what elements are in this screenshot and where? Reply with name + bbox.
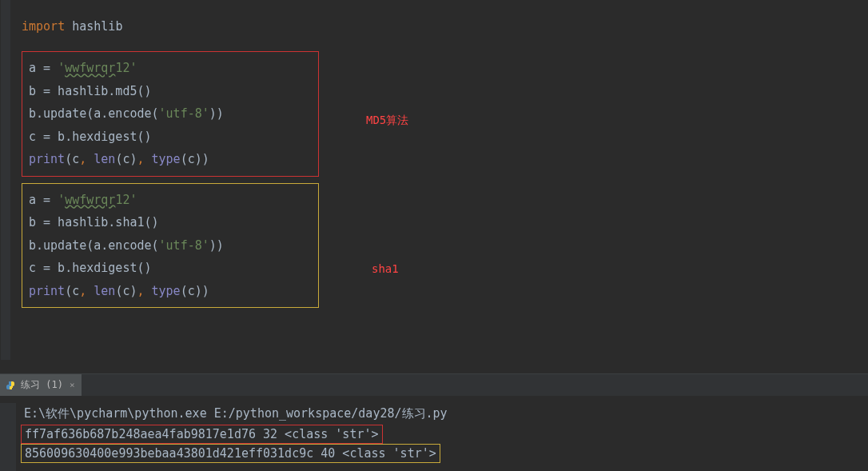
assign-a: a = bbox=[29, 193, 58, 207]
output-sha1: 856009630400e993bebaa43801d421eff031dc9c… bbox=[21, 444, 440, 463]
arg: (c) bbox=[115, 284, 137, 298]
builtin-print: print bbox=[29, 284, 65, 298]
sha1-line2[interactable]: b = hashlib.sha1() bbox=[29, 211, 312, 234]
comma: , bbox=[137, 284, 144, 298]
sha1-line3[interactable]: b.update(a.encode('utf-8')) bbox=[29, 234, 312, 257]
arg: (c) bbox=[115, 152, 137, 166]
close-paren: )) bbox=[209, 238, 224, 253]
code-line-import[interactable]: import hashlib bbox=[10, 14, 868, 38]
md5-line3[interactable]: b.update(a.encode('utf-8')) bbox=[29, 102, 312, 126]
builtin-len: len bbox=[94, 152, 115, 166]
string-quote: ' bbox=[58, 193, 65, 207]
space bbox=[145, 152, 152, 166]
console-command-line[interactable]: E:\软件\pycharm\python.exe E:/python_works… bbox=[16, 403, 868, 425]
string-quote: ' bbox=[58, 61, 65, 75]
code-editor[interactable]: import hashlib a = 'wwfwrqr12' b = hashl… bbox=[10, 0, 868, 360]
code-block-sha1[interactable]: a = 'wwfwrqr12' b = hashlib.sha1() b.upd… bbox=[22, 183, 319, 309]
console-output-row-sha1[interactable]: 856009630400e993bebaa43801d421eff031dc9c… bbox=[16, 444, 868, 463]
space bbox=[86, 284, 94, 298]
space bbox=[86, 152, 94, 166]
comma: , bbox=[137, 152, 144, 166]
console-tab[interactable]: 练习 (1) × bbox=[0, 374, 82, 396]
md5-line2[interactable]: b = hashlib.md5() bbox=[29, 80, 312, 103]
builtin-print: print bbox=[29, 152, 65, 166]
string-quote: ' bbox=[129, 193, 137, 207]
string-literal: 'utf-8' bbox=[159, 238, 209, 253]
method-call: b.update(a.encode( bbox=[29, 106, 159, 121]
builtin-len: len bbox=[94, 284, 115, 298]
python-icon bbox=[6, 381, 16, 390]
string-quote: ' bbox=[129, 61, 137, 75]
annotation-sha1: sha1 bbox=[372, 262, 399, 275]
editor-gutter bbox=[1, 0, 10, 360]
tab-label: 练习 (1) bbox=[21, 378, 63, 392]
comma: , bbox=[79, 284, 86, 298]
close-paren: )) bbox=[209, 106, 224, 121]
arg: (c)) bbox=[181, 152, 209, 166]
close-icon[interactable]: × bbox=[70, 380, 75, 390]
assign-a: a = bbox=[29, 61, 58, 75]
string-literal: 'utf-8' bbox=[159, 106, 209, 121]
builtin-type: type bbox=[152, 152, 181, 166]
arg: (c bbox=[65, 152, 79, 166]
string-literal: wwfwrqr bbox=[65, 193, 115, 207]
annotation-md5: MD5算法 bbox=[366, 114, 408, 128]
code-block-md5[interactable]: a = 'wwfwrqr12' b = hashlib.md5() b.upda… bbox=[22, 51, 319, 177]
md5-line5[interactable]: print(c, len(c), type(c)) bbox=[29, 148, 312, 171]
sha1-line1[interactable]: a = 'wwfwrqr12' bbox=[29, 189, 312, 212]
keyword-import: import bbox=[22, 19, 65, 34]
arg: (c bbox=[65, 284, 79, 298]
string-tail: 12 bbox=[115, 61, 129, 75]
sha1-line4[interactable]: c = b.hexdigest() bbox=[29, 257, 312, 280]
output-md5: ff7af636b687b248aea4fab9817e1d76 32 <cla… bbox=[21, 425, 383, 444]
md5-line4[interactable]: c = b.hexdigest() bbox=[29, 126, 312, 149]
console-gutter bbox=[0, 403, 16, 471]
builtin-type: type bbox=[152, 284, 181, 298]
comma: , bbox=[79, 152, 86, 166]
string-literal: wwfwrqr bbox=[65, 61, 115, 75]
module-name: hashlib bbox=[72, 19, 122, 34]
space bbox=[145, 284, 152, 298]
console-tab-bar: 练习 (1) × bbox=[0, 374, 868, 397]
arg: (c)) bbox=[181, 284, 209, 298]
console-output-row-md5[interactable]: ff7af636b687b248aea4fab9817e1d76 32 <cla… bbox=[16, 425, 868, 444]
sha1-line5[interactable]: print(c, len(c), type(c)) bbox=[29, 280, 312, 303]
console-panel: 练习 (1) × E:\软件\pycharm\python.exe E:/pyt… bbox=[0, 373, 868, 471]
md5-line1[interactable]: a = 'wwfwrqr12' bbox=[29, 57, 312, 80]
string-tail: 12 bbox=[115, 193, 129, 207]
method-call: b.update(a.encode( bbox=[29, 238, 159, 253]
console-output[interactable]: E:\软件\pycharm\python.exe E:/python_works… bbox=[16, 397, 868, 471]
tab-bar-space bbox=[82, 374, 868, 396]
